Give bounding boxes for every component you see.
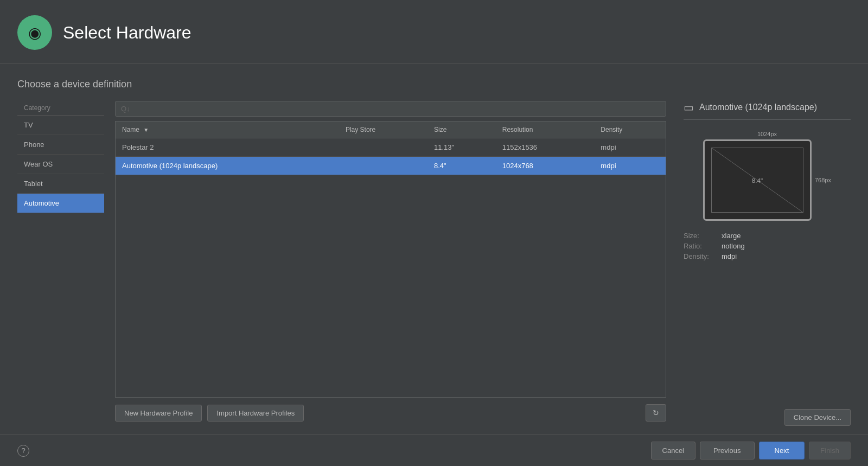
- col-header-playstore: Play Store: [339, 122, 427, 138]
- table-cell-1: [339, 157, 427, 175]
- device-specs: Size: xlarge Ratio: notlong Density: mdp…: [684, 232, 851, 260]
- android-studio-icon: ◉: [28, 24, 41, 42]
- subtitle: Choose a device definition: [17, 79, 851, 90]
- table-row[interactable]: Polestar 211.13"1152x1536mdpi: [116, 138, 666, 157]
- height-label: 768px: [815, 177, 831, 183]
- action-bar-left: New Hardware Profile Import Hardware Pro…: [115, 405, 640, 422]
- table-row[interactable]: Automotive (1024p landscape)8.4"1024x768…: [116, 157, 666, 175]
- table-cell-2: 11.13": [427, 138, 496, 157]
- import-hardware-profiles-button[interactable]: Import Hardware Profiles: [207, 405, 304, 422]
- table-cell-4: mdpi: [594, 138, 666, 157]
- table-cell-0: Polestar 2: [116, 138, 339, 157]
- footer-left: ?: [17, 445, 29, 457]
- main-content: Choose a device definition Category TV P…: [0, 63, 868, 435]
- dialog-header: ◉ Select Hardware: [0, 0, 868, 63]
- preview-panel: ▭ Automotive (1024p landscape) 1024px 8.…: [677, 101, 851, 426]
- width-label: 1024px: [757, 131, 777, 137]
- size-spec-label: Size:: [684, 232, 722, 240]
- table-cell-1: [339, 138, 427, 157]
- new-hardware-profile-button[interactable]: New Hardware Profile: [115, 405, 202, 422]
- help-button[interactable]: ?: [17, 445, 29, 457]
- table-cell-0: Automotive (1024p landscape): [116, 157, 339, 175]
- action-bar: New Hardware Profile Import Hardware Pro…: [115, 398, 666, 426]
- page-title: Select Hardware: [63, 23, 192, 43]
- clone-device-button[interactable]: Clone Device...: [784, 409, 851, 426]
- device-diagram: 1024px 8.4" 768px: [684, 131, 851, 221]
- sidebar-item-automotive[interactable]: Automotive: [17, 194, 104, 213]
- search-input[interactable]: [115, 101, 666, 117]
- size-spec-value: xlarge: [722, 232, 851, 240]
- col-header-size: Size: [427, 122, 496, 138]
- refresh-button[interactable]: ↻: [646, 404, 666, 422]
- preview-title: Automotive (1024p landscape): [699, 103, 817, 112]
- col-header-name[interactable]: Name ▼: [116, 122, 339, 138]
- clone-btn-area: Clone Device...: [684, 404, 851, 426]
- svg-text:8.4": 8.4": [752, 177, 763, 184]
- preview-header: ▭ Automotive (1024p landscape): [684, 101, 851, 114]
- footer-right: Cancel Previous Next Finish: [651, 442, 851, 459]
- device-table: Name ▼ Play Store Size Resolution Densit…: [115, 121, 666, 398]
- table-cell-2: 8.4": [427, 157, 496, 175]
- density-spec-value: mdpi: [722, 252, 851, 260]
- category-panel: Category TV Phone Wear OS Tablet Automot…: [17, 101, 104, 426]
- app-logo: ◉: [17, 15, 52, 50]
- diagonal-line-svg: 8.4": [712, 148, 803, 212]
- sidebar-item-wear-os[interactable]: Wear OS: [17, 155, 104, 174]
- table-cell-4: mdpi: [594, 157, 666, 175]
- sort-arrow-icon: ▼: [143, 127, 149, 133]
- diagram-row: 8.4" 768px: [703, 139, 831, 221]
- device-preview-icon: ▭: [684, 101, 694, 114]
- device-panel: Name ▼ Play Store Size Resolution Densit…: [115, 101, 666, 426]
- preview-divider: [684, 119, 851, 120]
- sidebar-item-tv[interactable]: TV: [17, 116, 104, 135]
- device-screen-outer: 8.4": [703, 139, 812, 221]
- previous-button[interactable]: Previous: [700, 442, 755, 459]
- col-header-density: Density: [594, 122, 666, 138]
- table-header-row: Name ▼ Play Store Size Resolution Densit…: [116, 122, 666, 138]
- device-screen-inner: 8.4": [711, 148, 803, 213]
- ratio-spec-value: notlong: [722, 242, 851, 250]
- col-header-resolution: Resolution: [496, 122, 595, 138]
- sidebar-item-phone[interactable]: Phone: [17, 135, 104, 155]
- ratio-spec-label: Ratio:: [684, 242, 722, 250]
- density-spec-label: Density:: [684, 252, 722, 260]
- next-button[interactable]: Next: [759, 442, 805, 459]
- footer: ? Cancel Previous Next Finish: [0, 435, 868, 466]
- sidebar-item-tablet[interactable]: Tablet: [17, 174, 104, 194]
- table-cell-3: 1152x1536: [496, 138, 595, 157]
- cancel-button[interactable]: Cancel: [651, 442, 695, 459]
- table-cell-3: 1024x768: [496, 157, 595, 175]
- main-area: Category TV Phone Wear OS Tablet Automot…: [17, 101, 851, 426]
- finish-button[interactable]: Finish: [809, 442, 851, 459]
- category-header: Category: [17, 101, 104, 116]
